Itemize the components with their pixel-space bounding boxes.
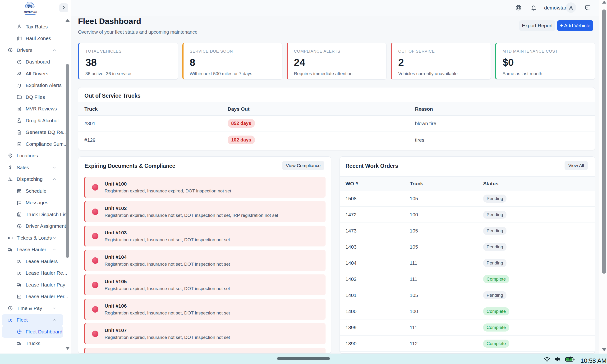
- user-avatar[interactable]: [566, 2, 576, 13]
- table-row[interactable]: 1472 100 Pending: [340, 207, 595, 223]
- volume-icon[interactable]: [554, 356, 561, 363]
- chevron-icon: [53, 177, 56, 181]
- taskbar-handle[interactable]: [277, 357, 330, 360]
- sidebar-item[interactable]: MVR Reviews: [2, 103, 63, 115]
- sidebar-collapse-button[interactable]: [59, 3, 68, 12]
- compliance-item[interactable]: Unit #103 Registration expired, Insuranc…: [84, 226, 326, 247]
- sidebar-item[interactable]: Time & Pay: [2, 302, 63, 314]
- view-compliance-button[interactable]: View Compliance: [282, 161, 324, 170]
- sidebar-item[interactable]: Drivers: [2, 44, 63, 56]
- status-badge: Complete: [483, 339, 509, 348]
- reason-cell: tires: [415, 137, 595, 143]
- sidebar-item[interactable]: Lease Hauler Per...: [2, 291, 63, 303]
- lease-hauler-icon: [8, 247, 13, 252]
- sidebar-item[interactable]: Trucks: [2, 338, 63, 350]
- sidebar-item[interactable]: Lease Hauler Pay: [2, 279, 63, 291]
- stat-label: OUT OF SERVICE: [398, 49, 490, 54]
- sidebar-item[interactable]: Fleet Dashboard: [2, 326, 63, 338]
- table-row[interactable]: 1402 111 Complete: [340, 271, 595, 287]
- out-of-service-table-header: Truck Days Out Reason: [78, 102, 595, 116]
- table-row[interactable]: 1508 105 Pending: [340, 191, 595, 207]
- unit-issues: Registration expired, Insurance not set,…: [105, 213, 278, 218]
- table-row[interactable]: 1400 100 Complete: [340, 303, 595, 319]
- sidebar-item[interactable]: Tax Rates: [2, 21, 63, 33]
- view-all-button[interactable]: View All: [565, 161, 588, 170]
- driver-assignments-icon: [17, 223, 22, 229]
- unit-label: Unit #102: [105, 206, 278, 211]
- sidebar-item[interactable]: Lease Haulers: [2, 256, 63, 267]
- compliance-item[interactable]: Unit #105 Registration expired, Insuranc…: [84, 274, 326, 295]
- sidebar-item[interactable]: Locations: [2, 150, 63, 162]
- sidebar-item-label: Fleet Dashboard: [26, 329, 62, 335]
- sidebar-item[interactable]: Expiration Alerts: [2, 80, 63, 91]
- sidebar-item[interactable]: Sales: [2, 162, 63, 173]
- sidebar-item[interactable]: Haul Zones: [2, 33, 63, 45]
- sidebar-item[interactable]: Truck Dispatch List: [2, 208, 63, 221]
- compliance-item[interactable]: Unit #102 Registration expired, Insuranc…: [84, 201, 326, 222]
- sidebar-item[interactable]: Compliance Sum...: [2, 138, 63, 150]
- sidebar-scrollbar-thumb[interactable]: [66, 64, 69, 258]
- sidebar-item[interactable]: Lease Hauler Re...: [2, 267, 63, 279]
- feedback-chat-icon[interactable]: [584, 4, 591, 11]
- unit-label: Unit #105: [105, 279, 230, 284]
- column-header-wo-number: WO #: [340, 181, 410, 186]
- stat-label: SERVICE DUE SOON: [190, 49, 282, 54]
- add-vehicle-button[interactable]: + Add Vehicle: [557, 20, 593, 31]
- sidebar-item[interactable]: Messages: [2, 197, 63, 209]
- sidebar-item[interactable]: Dashboard: [2, 56, 63, 68]
- compliance-item[interactable]: Unit #106 Registration expired, Insuranc…: [84, 299, 326, 320]
- table-row[interactable]: 1390 112 Complete: [340, 336, 595, 352]
- sidebar-item[interactable]: Dispatching: [2, 173, 63, 185]
- table-row[interactable]: 1473 105 Pending: [340, 223, 595, 239]
- sidebar-item[interactable]: Schedule: [2, 185, 63, 197]
- table-row[interactable]: 1399 111 Complete: [340, 319, 595, 336]
- sidebar-item[interactable]: Tickets & Loads: [2, 232, 63, 244]
- chevron-icon: [53, 48, 56, 52]
- table-row[interactable]: #301 852 days blown tire: [78, 115, 595, 132]
- alert-dot-icon: [92, 331, 98, 337]
- alert-dot-icon: [92, 282, 98, 288]
- table-row[interactable]: 1404 111 Pending: [340, 255, 595, 271]
- logged-in-username[interactable]: demo\stan: [544, 5, 567, 11]
- wifi-icon[interactable]: [544, 356, 550, 363]
- main-scrollbar-thumb[interactable]: [602, 10, 606, 274]
- export-report-button[interactable]: Export Report: [519, 20, 555, 31]
- stat-card: SERVICE DUE SOON 8 Within next 500 miles…: [182, 43, 282, 80]
- sidebar-scroll-down-arrow[interactable]: [66, 347, 70, 350]
- help-lifebuoy-icon[interactable]: [515, 4, 522, 11]
- stat-card: MTD MAINTENANCE COST $0 Same as last mon…: [495, 43, 595, 80]
- table-row[interactable]: #129 102 days tires: [78, 132, 595, 148]
- sidebar-item[interactable]: Driver Assignments: [2, 221, 63, 232]
- sidebar-item[interactable]: Lease Hauler: [2, 244, 63, 256]
- compliance-item[interactable]: Unit #107 Registration expired, Insuranc…: [84, 323, 326, 344]
- wo-number-cell: 1473: [340, 228, 410, 234]
- stat-value: $0: [502, 57, 595, 68]
- stat-label: MTD MAINTENANCE COST: [502, 49, 595, 54]
- schedule-icon: [17, 188, 22, 194]
- notifications-bell-icon[interactable]: [530, 4, 537, 11]
- main-scroll-up-arrow[interactable]: [602, 1, 606, 3]
- sidebar-item-label: Sales: [17, 165, 29, 170]
- compliance-item[interactable]: Unit #100 Registration expired, Insuranc…: [84, 177, 326, 198]
- sidebar-item[interactable]: Fleet: [2, 314, 63, 326]
- table-row[interactable]: 1401 105 Pending: [340, 287, 595, 303]
- generate-dq-report-icon: [17, 130, 22, 135]
- sidebar-item[interactable]: All Drivers: [2, 68, 63, 80]
- truck-cell: 100: [410, 212, 483, 218]
- main-scroll-down-arrow[interactable]: [602, 348, 606, 351]
- battery-charging-icon[interactable]: [565, 356, 575, 363]
- clock-time[interactable]: 10:58 AM: [581, 357, 607, 364]
- sidebar-scroll-up-arrow[interactable]: [66, 19, 70, 22]
- logo-subtext-bar: [25, 14, 36, 15]
- expiring-documents-title: Expiring Documents & Compliance: [84, 163, 175, 169]
- table-row[interactable]: 1403 105 Pending: [340, 239, 595, 255]
- sidebar-item[interactable]: DQ Files: [2, 91, 63, 103]
- compliance-item[interactable]: Unit #104 Registration expired, Insuranc…: [84, 250, 326, 271]
- alert-dot-icon: [92, 257, 98, 264]
- days-out-badge: 102 days: [228, 136, 255, 144]
- sidebar-item[interactable]: Drug & Alcohol: [2, 115, 63, 127]
- status-badge: Pending: [483, 195, 506, 203]
- sidebar-item[interactable]: Generate DQ Re...: [2, 127, 63, 138]
- unit-label: Unit #103: [105, 230, 230, 235]
- chevron-icon: [53, 318, 56, 322]
